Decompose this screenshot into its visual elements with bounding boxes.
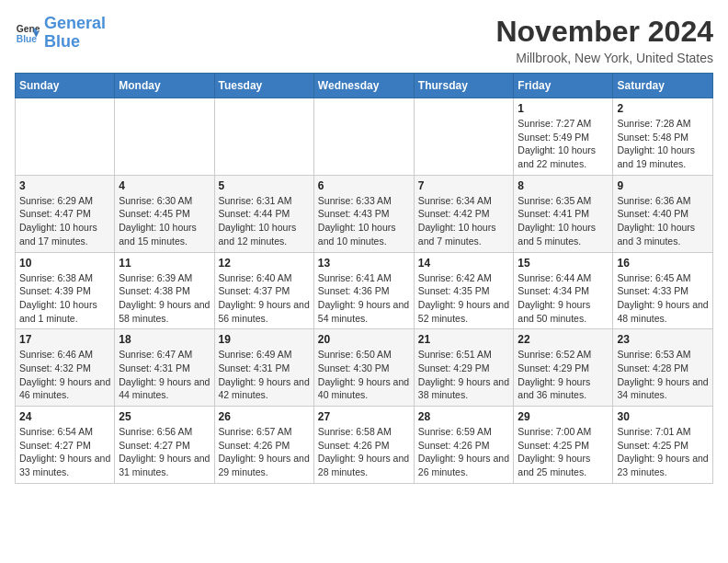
calendar-cell: 26Sunrise: 6:57 AM Sunset: 4:26 PM Dayli…: [214, 407, 313, 484]
calendar-week-5: 24Sunrise: 6:54 AM Sunset: 4:27 PM Dayli…: [16, 407, 713, 484]
header-tuesday: Tuesday: [214, 74, 313, 98]
day-info: Sunrise: 6:29 AM Sunset: 4:47 PM Dayligh…: [19, 194, 110, 248]
calendar-cell: 23Sunrise: 6:53 AM Sunset: 4:28 PM Dayli…: [613, 329, 713, 407]
day-number: 22: [518, 333, 609, 346]
day-number: 20: [318, 333, 410, 346]
calendar-cell: 14Sunrise: 6:42 AM Sunset: 4:35 PM Dayli…: [414, 252, 514, 329]
header-thursday: Thursday: [414, 74, 514, 98]
day-number: 25: [119, 410, 210, 423]
calendar-cell: [16, 98, 115, 176]
day-number: 3: [19, 179, 110, 192]
day-info: Sunrise: 6:34 AM Sunset: 4:42 PM Dayligh…: [418, 194, 510, 248]
day-info: Sunrise: 6:33 AM Sunset: 4:43 PM Dayligh…: [318, 194, 410, 248]
day-number: 21: [418, 333, 510, 346]
calendar-cell: 25Sunrise: 6:56 AM Sunset: 4:27 PM Dayli…: [115, 407, 214, 484]
calendar-cell: 30Sunrise: 7:01 AM Sunset: 4:25 PM Dayli…: [613, 407, 713, 484]
day-info: Sunrise: 7:27 AM Sunset: 5:49 PM Dayligh…: [518, 117, 609, 171]
calendar: Sunday Monday Tuesday Wednesday Thursday…: [15, 73, 713, 484]
calendar-cell: 24Sunrise: 6:54 AM Sunset: 4:27 PM Dayli…: [16, 407, 115, 484]
calendar-body: 1Sunrise: 7:27 AM Sunset: 5:49 PM Daylig…: [16, 98, 713, 484]
day-number: 26: [219, 410, 310, 423]
day-info: Sunrise: 6:40 AM Sunset: 4:37 PM Dayligh…: [219, 271, 310, 326]
day-info: Sunrise: 6:59 AM Sunset: 4:26 PM Dayligh…: [418, 425, 510, 479]
calendar-cell: 2Sunrise: 7:28 AM Sunset: 5:48 PM Daylig…: [613, 98, 713, 176]
day-number: 4: [119, 179, 210, 192]
day-number: 24: [19, 410, 110, 423]
day-number: 23: [617, 333, 709, 346]
day-info: Sunrise: 6:51 AM Sunset: 4:29 PM Dayligh…: [418, 348, 510, 402]
calendar-cell: 28Sunrise: 6:59 AM Sunset: 4:26 PM Dayli…: [414, 407, 514, 484]
title-block: November 2024 Millbrook, New York, Unite…: [495, 15, 713, 65]
day-number: 18: [119, 333, 210, 346]
calendar-cell: 9Sunrise: 6:36 AM Sunset: 4:40 PM Daylig…: [613, 175, 713, 252]
calendar-cell: [313, 98, 414, 176]
location: Millbrook, New York, United States: [495, 51, 713, 65]
day-number: 11: [119, 257, 210, 270]
calendar-cell: [414, 98, 514, 176]
day-info: Sunrise: 6:52 AM Sunset: 4:29 PM Dayligh…: [518, 348, 609, 402]
calendar-header: Sunday Monday Tuesday Wednesday Thursday…: [16, 74, 713, 98]
calendar-cell: 6Sunrise: 6:33 AM Sunset: 4:43 PM Daylig…: [313, 175, 414, 252]
day-info: Sunrise: 6:45 AM Sunset: 4:33 PM Dayligh…: [617, 271, 709, 326]
day-info: Sunrise: 6:41 AM Sunset: 4:36 PM Dayligh…: [318, 271, 410, 326]
calendar-cell: 1Sunrise: 7:27 AM Sunset: 5:49 PM Daylig…: [514, 98, 613, 176]
calendar-cell: 16Sunrise: 6:45 AM Sunset: 4:33 PM Dayli…: [613, 252, 713, 329]
calendar-week-4: 17Sunrise: 6:46 AM Sunset: 4:32 PM Dayli…: [16, 329, 713, 407]
calendar-cell: 13Sunrise: 6:41 AM Sunset: 4:36 PM Dayli…: [313, 252, 414, 329]
calendar-cell: 19Sunrise: 6:49 AM Sunset: 4:31 PM Dayli…: [214, 329, 313, 407]
day-info: Sunrise: 6:50 AM Sunset: 4:30 PM Dayligh…: [318, 348, 410, 402]
day-number: 9: [617, 179, 709, 192]
day-info: Sunrise: 6:53 AM Sunset: 4:28 PM Dayligh…: [617, 348, 709, 402]
calendar-cell: 17Sunrise: 6:46 AM Sunset: 4:32 PM Dayli…: [16, 329, 115, 407]
day-number: 15: [518, 257, 609, 270]
calendar-cell: 29Sunrise: 7:00 AM Sunset: 4:25 PM Dayli…: [514, 407, 613, 484]
day-number: 10: [19, 257, 110, 270]
day-info: Sunrise: 6:39 AM Sunset: 4:38 PM Dayligh…: [119, 271, 210, 326]
header-saturday: Saturday: [613, 74, 713, 98]
calendar-cell: 10Sunrise: 6:38 AM Sunset: 4:39 PM Dayli…: [16, 252, 115, 329]
day-info: Sunrise: 6:31 AM Sunset: 4:44 PM Dayligh…: [219, 194, 310, 248]
header-monday: Monday: [115, 74, 214, 98]
page-header: General Blue General Blue November 2024 …: [15, 15, 713, 65]
day-info: Sunrise: 6:44 AM Sunset: 4:34 PM Dayligh…: [518, 271, 609, 326]
header-wednesday: Wednesday: [313, 74, 414, 98]
day-number: 7: [418, 179, 510, 192]
day-number: 16: [617, 257, 709, 270]
calendar-cell: 22Sunrise: 6:52 AM Sunset: 4:29 PM Dayli…: [514, 329, 613, 407]
logo: General Blue General Blue: [15, 15, 106, 52]
calendar-cell: 7Sunrise: 6:34 AM Sunset: 4:42 PM Daylig…: [414, 175, 514, 252]
day-number: 28: [418, 410, 510, 423]
day-info: Sunrise: 6:30 AM Sunset: 4:45 PM Dayligh…: [119, 194, 210, 248]
day-info: Sunrise: 6:38 AM Sunset: 4:39 PM Dayligh…: [19, 271, 110, 326]
logo-text-line2: Blue: [44, 33, 106, 52]
header-row: Sunday Monday Tuesday Wednesday Thursday…: [16, 74, 713, 98]
day-number: 2: [617, 102, 709, 115]
day-number: 13: [318, 257, 410, 270]
day-info: Sunrise: 6:47 AM Sunset: 4:31 PM Dayligh…: [119, 348, 210, 402]
day-info: Sunrise: 7:28 AM Sunset: 5:48 PM Dayligh…: [617, 117, 709, 171]
calendar-week-1: 1Sunrise: 7:27 AM Sunset: 5:49 PM Daylig…: [16, 98, 713, 176]
month-title: November 2024: [495, 15, 713, 49]
day-number: 5: [219, 179, 310, 192]
calendar-cell: [115, 98, 214, 176]
header-friday: Friday: [514, 74, 613, 98]
day-number: 14: [418, 257, 510, 270]
calendar-cell: 18Sunrise: 6:47 AM Sunset: 4:31 PM Dayli…: [115, 329, 214, 407]
header-sunday: Sunday: [16, 74, 115, 98]
day-info: Sunrise: 7:01 AM Sunset: 4:25 PM Dayligh…: [617, 425, 709, 479]
day-number: 8: [518, 179, 609, 192]
day-info: Sunrise: 7:00 AM Sunset: 4:25 PM Dayligh…: [518, 425, 609, 479]
day-info: Sunrise: 6:42 AM Sunset: 4:35 PM Dayligh…: [418, 271, 510, 326]
calendar-cell: 15Sunrise: 6:44 AM Sunset: 4:34 PM Dayli…: [514, 252, 613, 329]
calendar-cell: 20Sunrise: 6:50 AM Sunset: 4:30 PM Dayli…: [313, 329, 414, 407]
calendar-week-3: 10Sunrise: 6:38 AM Sunset: 4:39 PM Dayli…: [16, 252, 713, 329]
calendar-cell: 11Sunrise: 6:39 AM Sunset: 4:38 PM Dayli…: [115, 252, 214, 329]
calendar-cell: 21Sunrise: 6:51 AM Sunset: 4:29 PM Dayli…: [414, 329, 514, 407]
day-number: 29: [518, 410, 609, 423]
day-number: 12: [219, 257, 310, 270]
day-info: Sunrise: 6:58 AM Sunset: 4:26 PM Dayligh…: [318, 425, 410, 479]
calendar-cell: [214, 98, 313, 176]
day-info: Sunrise: 6:57 AM Sunset: 4:26 PM Dayligh…: [219, 425, 310, 479]
calendar-cell: 5Sunrise: 6:31 AM Sunset: 4:44 PM Daylig…: [214, 175, 313, 252]
day-info: Sunrise: 6:46 AM Sunset: 4:32 PM Dayligh…: [19, 348, 110, 402]
